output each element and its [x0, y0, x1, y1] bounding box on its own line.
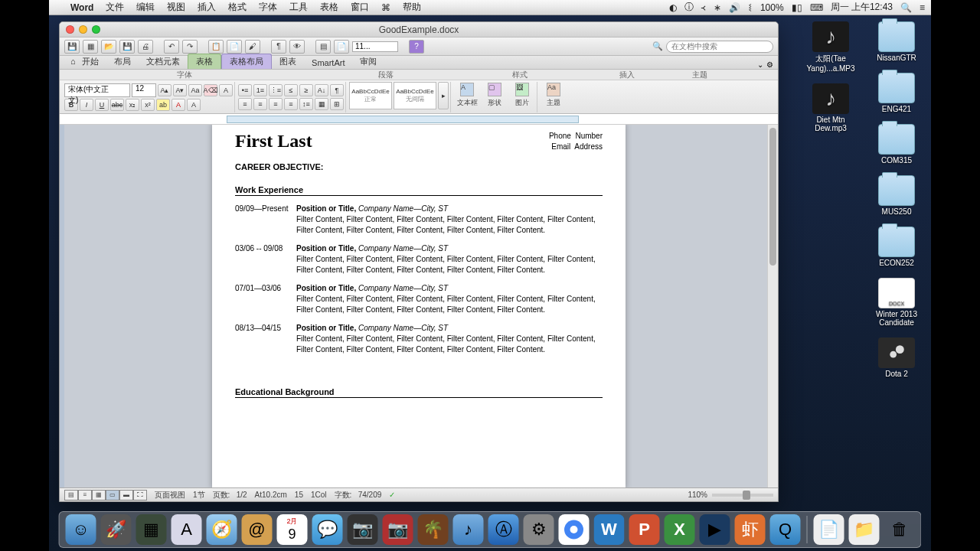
battery-icon[interactable]: ▮▯ — [792, 2, 802, 13]
print-icon[interactable]: 🖨 — [138, 40, 153, 54]
dock-appstore2[interactable]: Ⓐ — [488, 514, 519, 545]
text-effects-icon[interactable]: A — [187, 99, 201, 111]
desktop-folder-com315[interactable]: COM315 — [870, 124, 923, 165]
dock-safari[interactable]: 🧭 — [207, 514, 237, 545]
dock-itunes[interactable]: ♪ — [453, 514, 484, 545]
scroll-thumb[interactable] — [769, 128, 776, 266]
job-title[interactable]: Position or Title, — [296, 244, 356, 253]
zoom-percent[interactable]: 110% — [688, 491, 707, 499]
textbox-button[interactable]: A文本框 — [454, 82, 480, 109]
align-left-icon[interactable]: ≡ — [238, 98, 252, 110]
menu-view[interactable]: 视图 — [161, 1, 191, 14]
notification-icon[interactable]: ≡ — [920, 2, 925, 13]
dock-media[interactable]: ▶ — [700, 514, 730, 545]
tab-chart[interactable]: 图表 — [272, 54, 304, 69]
menu-format[interactable]: 格式 — [222, 1, 253, 14]
align-center-icon[interactable]: ≡ — [253, 98, 267, 110]
titlebar[interactable]: GoodExample.docx — [60, 22, 778, 37]
page-indicator[interactable]: 页数: 1/2 — [213, 490, 247, 500]
job-date[interactable]: 08/13—04/15 — [235, 323, 296, 355]
show-icon[interactable]: 👁 — [289, 40, 305, 54]
dock-missioncontrol[interactable]: ▦ — [136, 514, 167, 545]
redo-icon[interactable]: ↷ — [182, 40, 198, 54]
menu-window[interactable]: 窗口 — [345, 1, 375, 14]
copy-icon[interactable]: 📋 — [208, 40, 224, 54]
job-title[interactable]: Position or Title, — [296, 284, 356, 292]
dock-xiami[interactable]: 虾 — [735, 514, 766, 545]
tab-home[interactable]: ⌂ 开始 — [63, 54, 106, 69]
shrink-font-icon[interactable]: A▾ — [173, 84, 187, 96]
dock-contacts[interactable]: @ — [242, 514, 273, 545]
shapes-button[interactable]: ▢形状 — [482, 82, 508, 109]
save2-icon[interactable]: 💾 — [119, 40, 135, 54]
dock-downloads[interactable]: 📁 — [849, 514, 880, 545]
menu-scripts[interactable]: ⌘ — [375, 2, 397, 13]
save-icon[interactable]: 💾 — [64, 40, 80, 54]
desktop-folder-nissangtr[interactable]: NissanGTR — [870, 21, 923, 62]
align-justify-icon[interactable]: ≡ — [284, 98, 298, 110]
format-painter-icon[interactable]: 🖌 — [245, 40, 260, 54]
theme-button[interactable]: Aa主题 — [541, 82, 567, 109]
tab-table[interactable]: 表格 — [188, 54, 221, 69]
job-entry[interactable]: 09/09—PresentPosition or Title, Company … — [235, 204, 603, 236]
desktop-folder-mus250[interactable]: MUS250 — [870, 175, 923, 216]
job-title[interactable]: Position or Title, — [296, 204, 356, 213]
tab-smartart[interactable]: SmartArt — [304, 57, 352, 69]
highlight-button[interactable]: ab — [156, 99, 170, 111]
change-case-icon[interactable]: Aa — [188, 84, 202, 96]
zoom-toolbar-select[interactable]: 11... — [352, 41, 398, 52]
open-icon[interactable]: 📂 — [101, 40, 116, 54]
dock-facetime[interactable]: 📷 — [348, 514, 378, 545]
app-name[interactable]: Word — [64, 2, 100, 13]
dock-quicktime[interactable]: Q — [770, 514, 801, 545]
col-indicator[interactable]: 1Col — [311, 491, 327, 499]
view-fullscreen-icon[interactable]: ⛶ — [133, 490, 147, 500]
dock-appstore[interactable]: A — [172, 514, 202, 545]
styles-icon[interactable]: A — [219, 84, 233, 96]
view-icon[interactable]: ▦ — [83, 40, 98, 54]
document-search-input[interactable] — [666, 41, 773, 53]
section-indicator[interactable]: 1节 — [193, 490, 205, 500]
dock-settings[interactable]: ⚙ — [524, 514, 554, 545]
position-indicator[interactable]: At10.2cm — [255, 491, 287, 499]
help-icon[interactable]: ? — [409, 40, 424, 54]
menu-table[interactable]: 表格 — [314, 1, 345, 14]
menu-font[interactable]: 字体 — [253, 1, 283, 14]
job-date[interactable]: 07/01—03/06 — [235, 283, 296, 315]
desktop-file-mp3-1[interactable]: ♪太阳(Tae Yang)...a.MP3 — [804, 21, 858, 73]
career-objective-header[interactable]: CAREER OBJECTIVE: — [235, 162, 603, 171]
underline-button[interactable]: U — [95, 99, 109, 111]
tab-review[interactable]: 审阅 — [352, 54, 384, 69]
sidebar-icon[interactable]: ▤ — [315, 40, 331, 54]
tab-elements[interactable]: 文档元素 — [139, 54, 188, 69]
superscript-button[interactable]: x² — [141, 99, 155, 111]
job-description[interactable]: Filter Content, Filter Content, Filter C… — [296, 294, 603, 315]
font-size-select[interactable]: 12 — [132, 83, 156, 97]
job-description[interactable]: Filter Content, Filter Content, Filter C… — [296, 254, 603, 276]
dock-iphoto[interactable]: 🌴 — [418, 514, 449, 545]
dock-finder[interactable]: ☺ — [66, 514, 96, 545]
job-entry[interactable]: 08/13—04/15Position or Title, Company Na… — [235, 323, 603, 355]
bluetooth2-icon[interactable]: ∗ — [714, 2, 721, 13]
grow-font-icon[interactable]: A▴ — [158, 84, 172, 96]
showmarks-icon[interactable]: ¶ — [330, 84, 344, 96]
style-nospacing[interactable]: AaBbCcDdEe无间隔 — [394, 82, 436, 109]
style-normal[interactable]: AaBbCcDdEe正常 — [349, 82, 392, 109]
menu-help[interactable]: 帮助 — [397, 1, 427, 14]
font-color-button[interactable]: A — [172, 99, 185, 111]
view-print-icon[interactable]: ▤ — [64, 490, 78, 500]
job-company[interactable]: Company Name—City, ST — [356, 284, 448, 292]
spellcheck-icon[interactable]: ✓ — [389, 491, 395, 499]
job-title[interactable]: Position or Title, — [296, 324, 356, 332]
multilevel-icon[interactable]: ⋮≡ — [269, 84, 283, 96]
job-company[interactable]: Company Name—City, ST — [356, 204, 448, 213]
borders-icon[interactable]: ⊞ — [330, 98, 344, 110]
job-company[interactable]: Company Name—City, ST — [356, 244, 448, 253]
job-entry[interactable]: 07/01—03/06Position or Title, Company Na… — [235, 283, 603, 315]
resume-contact[interactable]: Phone Number Email Address — [549, 131, 603, 152]
indent-right-icon[interactable]: ≥ — [299, 84, 313, 96]
job-date[interactable]: 09/09—Present — [235, 204, 296, 236]
styles-more-icon[interactable]: ▸ — [438, 82, 449, 109]
view-layout-icon[interactable]: ▭ — [106, 490, 119, 500]
page-icon[interactable]: 📄 — [334, 40, 349, 54]
